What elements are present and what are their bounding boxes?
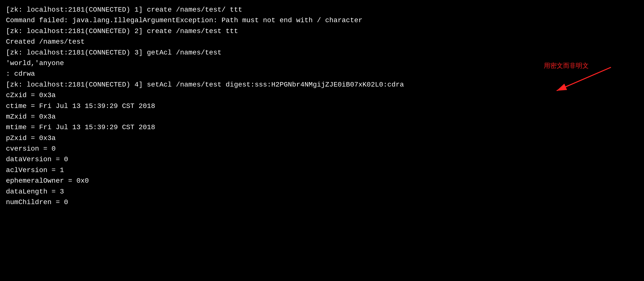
terminal-line: cZxid = 0x3a — [6, 90, 638, 101]
terminal-line: [zk: localhost:2181(CONNECTED) 4] setAcl… — [6, 79, 638, 90]
terminal-line: dataVersion = 0 — [6, 154, 638, 165]
terminal-line: ephemeralOwner = 0x0 — [6, 176, 638, 186]
terminal-line: : cdrwa — [6, 68, 638, 79]
terminal-window: [zk: localhost:2181(CONNECTED) 1] create… — [6, 4, 638, 208]
terminal-line: dataLength = 3 — [6, 186, 638, 197]
terminal-line: Command failed: java.lang.IllegalArgumen… — [6, 15, 638, 26]
terminal-line: ctime = Fri Jul 13 15:39:29 CST 2018 — [6, 101, 638, 111]
terminal-line: 'world,'anyone — [6, 58, 638, 68]
terminal-output: [zk: localhost:2181(CONNECTED) 1] create… — [6, 4, 638, 208]
terminal-line: Created /names/test — [6, 36, 638, 47]
terminal-line: mtime = Fri Jul 13 15:39:29 CST 2018 — [6, 122, 638, 133]
annotation-text: 用密文而非明文 — [544, 61, 589, 71]
terminal-line: [zk: localhost:2181(CONNECTED) 1] create… — [6, 4, 638, 15]
terminal-line: [zk: localhost:2181(CONNECTED) 2] create… — [6, 26, 638, 36]
terminal-line: mZxid = 0x3a — [6, 111, 638, 122]
terminal-line: [zk: localhost:2181(CONNECTED) 3] getAcl… — [6, 47, 638, 58]
terminal-line: cversion = 0 — [6, 143, 638, 154]
terminal-line: numChildren = 0 — [6, 197, 638, 208]
terminal-line: aclVersion = 1 — [6, 165, 638, 176]
terminal-line: pZxid = 0x3a — [6, 133, 638, 143]
